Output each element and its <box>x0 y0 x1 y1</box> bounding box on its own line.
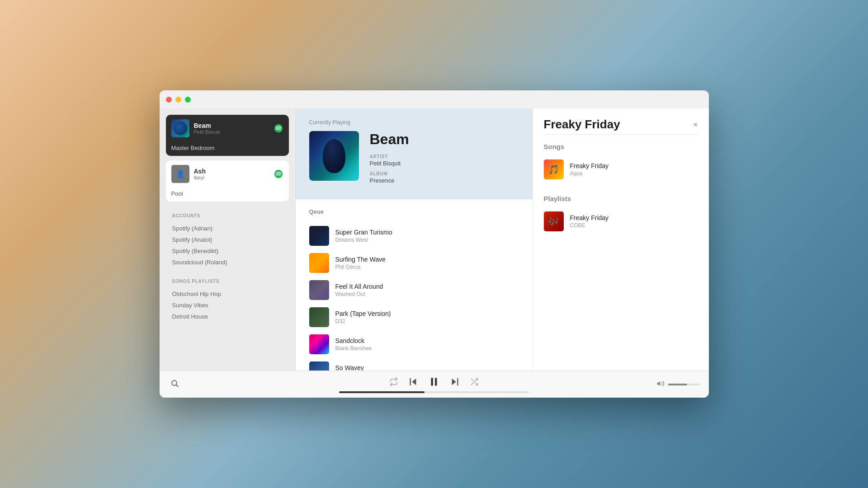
right-panel-header: Freaky Friday × <box>544 117 698 131</box>
next-button[interactable] <box>450 377 460 387</box>
queue-track-info-0: Super Gran Turismo Dreams West <box>335 229 392 243</box>
playlist-detroit[interactable]: Detroit House <box>172 311 283 322</box>
close-button[interactable] <box>166 97 172 103</box>
svg-marker-7 <box>657 381 660 386</box>
search-song-0[interactable]: 🎵 Freaky Friday Aqua <box>544 157 698 182</box>
ash-art: 👤 <box>171 165 189 183</box>
svg-rect-5 <box>435 378 437 385</box>
queue-item-3[interactable]: Park (Tape Version) D3J <box>309 304 519 331</box>
artist-label: ARTIST <box>370 154 519 159</box>
queue-title: Qeue <box>309 208 519 215</box>
search-playlist-0[interactable]: 🎶 Freaky Friday COBE <box>544 209 698 234</box>
queue-thumb-1 <box>309 253 329 273</box>
search-panel-title: Freaky Friday <box>544 117 620 131</box>
queue-item-2[interactable]: Feel It All Around Washed Out <box>309 277 519 304</box>
search-icon <box>170 379 179 388</box>
album-value: Presence <box>370 177 519 184</box>
queue-track-name-3: Park (Tape Version) <box>335 310 391 317</box>
pause-button[interactable] <box>428 376 440 388</box>
queue-track-artist-1: Phil Gerus <box>335 264 386 270</box>
queue-item-4[interactable]: Sandclock Blank Banshee <box>309 331 519 358</box>
maximize-button[interactable] <box>185 97 191 103</box>
search-song-name-0: Freaky Friday <box>570 162 609 169</box>
queue-thumb-5 <box>309 361 329 371</box>
spotify-icon-beam <box>274 123 283 133</box>
speaker-icon <box>656 380 665 388</box>
beam-thumbnail <box>171 119 189 137</box>
progress-bar[interactable] <box>339 391 529 393</box>
ash-name: Ash <box>194 168 269 175</box>
beam-name: Beam <box>194 122 269 129</box>
queue-track-info-2: Feel It All Around Washed Out <box>335 283 383 297</box>
account-adrian[interactable]: Spotify (Adrian) <box>172 223 283 234</box>
playlists-section-title: Playlists <box>544 195 698 202</box>
queue-track-name-4: Sandclock <box>335 337 372 344</box>
playlist-sunday[interactable]: Sunday Vibes <box>172 300 283 311</box>
repeat-button[interactable] <box>389 377 398 386</box>
app-window: Beam Petit Biscuit Master Bedroom <box>160 90 709 398</box>
account-anatol[interactable]: Spotify (Anatol) <box>172 234 283 245</box>
queue-track-artist-0: Dreams West <box>335 237 392 243</box>
queue-track-name-2: Feel It All Around <box>335 283 383 290</box>
artist-value: Petit Bisquit <box>370 160 519 167</box>
track-title: Beam <box>370 131 519 148</box>
queue-track-name-0: Super Gran Turismo <box>335 229 392 236</box>
search-song-sub-0: Aqua <box>570 170 609 177</box>
volume-icon <box>656 380 665 389</box>
currently-playing-section: Currently Playing Beam ARTIST Petit Bisq… <box>296 108 533 199</box>
queue-track-name-1: Surfing The Wave <box>335 256 386 263</box>
player-card-beam[interactable]: Beam Petit Biscuit Master Bedroom <box>166 115 289 156</box>
beam-room: Master Bedroom <box>166 142 289 156</box>
search-song-info-0: Freaky Friday Aqua <box>570 162 609 177</box>
traffic-lights <box>166 97 191 103</box>
next-icon <box>450 377 460 387</box>
search-playlist-name-0: Freaky Friday <box>570 214 609 221</box>
player-card-ash-top: 👤 Ash Ibeyi <box>166 160 289 188</box>
shuffle-button[interactable] <box>470 377 479 386</box>
queue-item-0[interactable]: Super Gran Turismo Dreams West <box>309 222 519 249</box>
minimize-button[interactable] <box>175 97 181 103</box>
queue-track-info-3: Park (Tape Version) D3J <box>335 310 391 324</box>
spotify-icon-ash <box>274 169 283 179</box>
playlists-section: SONOS PLAYLISTS Oldschool Hip Hop Sunday… <box>160 272 295 326</box>
shuffle-icon <box>470 377 479 386</box>
queue-thumb-4 <box>309 334 329 354</box>
beam-art <box>171 119 189 137</box>
playback-controls <box>389 376 479 388</box>
accounts-section: ACCOUNTS Spotify (Adrian) Spotify (Anato… <box>160 206 295 272</box>
queue-section: Qeue Super Gran Turismo Dreams West Surf… <box>296 199 533 371</box>
queue-track-name-5: So Wavey <box>335 364 396 371</box>
player-card-beam-top: Beam Petit Biscuit <box>166 115 289 142</box>
volume-bar[interactable] <box>668 384 700 385</box>
songs-section-title: Songs <box>544 143 698 150</box>
close-search-button[interactable]: × <box>693 121 698 129</box>
search-playlist-info-0: Freaky Friday COBE <box>570 214 609 229</box>
repeat-icon <box>389 377 398 386</box>
sidebar: Beam Petit Biscuit Master Bedroom <box>160 108 295 371</box>
account-benedikt[interactable]: Spotify (Benedikt) <box>172 245 283 257</box>
title-bar <box>160 90 709 108</box>
player-card-ash[interactable]: 👤 Ash Ibeyi Pool <box>166 160 289 202</box>
queue-item-5[interactable]: So Wavey Grandtheft, Jesse Slayter <box>309 358 519 371</box>
search-playlist-thumb-0: 🎶 <box>544 211 564 231</box>
pause-icon <box>428 376 440 388</box>
bottom-right <box>637 380 700 389</box>
search-button[interactable] <box>169 377 181 391</box>
queue-item-1[interactable]: Surfing The Wave Phil Gerus <box>309 249 519 277</box>
album-art <box>309 131 359 181</box>
svg-point-2 <box>172 380 177 385</box>
beam-album-art <box>309 131 359 181</box>
center-panel: Currently Playing Beam ARTIST Petit Bisq… <box>295 108 533 371</box>
account-roland[interactable]: Soundcloud (Roland) <box>172 257 283 268</box>
album-label: ALBUM <box>370 171 519 176</box>
svg-point-1 <box>274 170 282 178</box>
right-panel: Freaky Friday × Songs 🎵 Freaky Friday Aq… <box>533 108 709 371</box>
queue-track-artist-2: Washed Out <box>335 291 383 297</box>
previous-button[interactable] <box>408 377 418 387</box>
ash-subtitle: Ibeyi <box>194 175 269 180</box>
playlists-title: SONOS PLAYLISTS <box>172 279 283 284</box>
queue-track-artist-3: D3J <box>335 318 391 324</box>
playlist-oldschool[interactable]: Oldschool Hip Hop <box>172 288 283 300</box>
search-song-thumb-0: 🎵 <box>544 160 564 179</box>
beam-info: Beam Petit Biscuit <box>194 122 269 135</box>
